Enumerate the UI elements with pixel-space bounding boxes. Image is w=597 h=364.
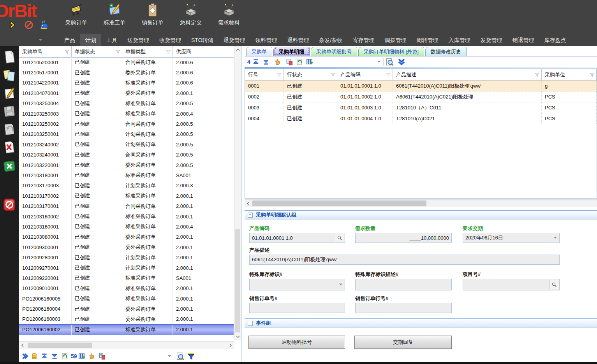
- table-add-icon[interactable]: [78, 353, 85, 360]
- table-row[interactable]: 0002已创建01.01.01.0002 1.0A6061(T442010(A)…: [245, 91, 597, 102]
- menu-item[interactable]: 退料管理: [282, 34, 314, 46]
- copy-icon[interactable]: [99, 353, 106, 360]
- special-stock-id-dropdown[interactable]: [249, 279, 345, 290]
- start-material-batch-button[interactable]: 启动物料批号: [248, 336, 345, 349]
- filter-icon[interactable]: [590, 73, 594, 77]
- chevron-down-icon[interactable]: [553, 236, 558, 239]
- column-header[interactable]: 单据类型: [122, 46, 173, 57]
- revert-icon[interactable]: [61, 353, 68, 360]
- menu-item[interactable]: 销退管理: [507, 34, 539, 46]
- right-table-horizontal-scrollbar[interactable]: [245, 199, 597, 207]
- hand-icon[interactable]: [88, 353, 95, 360]
- collapse-icon[interactable]: [248, 213, 253, 218]
- copy-icon[interactable]: [286, 58, 293, 65]
- menu-item[interactable]: 库存盘点: [539, 34, 571, 46]
- double-chevron-down-icon[interactable]: [398, 58, 405, 66]
- filter-icon[interactable]: [535, 73, 539, 77]
- menu-item[interactable]: 收货管理: [154, 34, 186, 46]
- table-row[interactable]: 0001已创建01.01.01.0001 1.06061(T442010(A)C…: [245, 81, 597, 91]
- table-row[interactable]: PO12006160002已创建标准采购订单2.000.1: [19, 324, 234, 334]
- column-header[interactable]: 供应商: [173, 46, 234, 57]
- table-row[interactable]: 1012009270001已创建计划采购订单2.000.1: [19, 263, 234, 273]
- tab[interactable]: 采购单明细: [273, 47, 310, 56]
- new-document-icon[interactable]: [3, 49, 16, 65]
- tab[interactable]: 采购订单明细物料 [外协]: [358, 47, 424, 56]
- project-no-field[interactable]: [463, 279, 560, 290]
- menu-item[interactable]: 寄存管理: [347, 34, 379, 46]
- table-row[interactable]: PO12006160004已创建委外采购订单2.000.1: [19, 304, 234, 314]
- filter-combobox[interactable]: [106, 352, 172, 360]
- scroll-left-arrow[interactable]: [245, 200, 251, 207]
- menu-item[interactable]: 周转管理: [411, 34, 443, 46]
- special-stock-desc-field[interactable]: [355, 279, 452, 290]
- menu-item[interactable]: 入库管理: [443, 34, 475, 46]
- filter-icon[interactable]: [331, 73, 335, 77]
- lookup-button[interactable]: [335, 234, 344, 242]
- filter-icon[interactable]: [116, 50, 120, 54]
- filter-funnel-icon[interactable]: [187, 352, 195, 360]
- table-row[interactable]: PO12006160003已创建委外采购订单2.000.1: [19, 314, 234, 324]
- tab[interactable]: 数据修改历史: [425, 47, 467, 56]
- left-table-horizontal-scrollbar[interactable]: [19, 341, 234, 349]
- go-arrow-icon[interactable]: [9, 20, 18, 30]
- column-header[interactable]: 行号: [245, 69, 284, 80]
- no-entry-icon[interactable]: [24, 20, 33, 30]
- product-desc-field[interactable]: 6061(T442010(A)C011)阳极处理'qww': [249, 255, 560, 265]
- scroll-top-icon[interactable]: [41, 353, 48, 360]
- save-icon[interactable]: [3, 104, 16, 119]
- double-chevron-right-icon[interactable]: [21, 353, 28, 360]
- table-row[interactable]: 1012103160001已创建标准采购订单2.000.4: [19, 222, 234, 232]
- toolbar-button-sales-order[interactable]: 销售订单: [135, 2, 171, 33]
- filter-icon[interactable]: [65, 50, 69, 54]
- required-date-field[interactable]: 2020年06月16日: [463, 233, 560, 243]
- hand-icon[interactable]: [274, 58, 281, 65]
- collapse-icon[interactable]: [248, 321, 253, 326]
- chevron-down-icon[interactable]: [167, 355, 172, 358]
- table-row[interactable]: 1012104070001已创建委外采购订单2.000.1: [19, 88, 234, 98]
- lookup-button[interactable]: [549, 280, 558, 289]
- table-row[interactable]: 1012103250004已创建标准采购订单2.000.5: [19, 98, 234, 109]
- menu-item[interactable]: 工具: [101, 34, 122, 46]
- event-group-header[interactable]: 事件组: [245, 318, 597, 328]
- delete-document-icon[interactable]: [3, 139, 16, 155]
- table-row[interactable]: 1012103170003已创建计划采购订单2.000.3: [19, 181, 234, 191]
- table-row[interactable]: 1012105200001已创建合同采购订单2.000.6: [19, 57, 234, 67]
- panel-splitter[interactable]: [241, 46, 245, 364]
- scroll-left-arrow[interactable]: [19, 342, 26, 349]
- table-row[interactable]: 1012103240001已创建合同采购订单2.000.5: [19, 150, 234, 160]
- table-row[interactable]: 0004已创建01.01.01.0004 1.0T281010(A)C021PC…: [245, 113, 597, 124]
- scroll-right-arrow[interactable]: [227, 342, 234, 349]
- column-header[interactable]: 采购单位: [542, 69, 597, 80]
- table-add-icon[interactable]: [306, 58, 313, 65]
- sales-order-line-no-field[interactable]: [355, 303, 452, 313]
- revert-icon[interactable]: [3, 121, 16, 137]
- menu-item[interactable]: 发货管理: [475, 34, 507, 46]
- cylinder-icon[interactable]: [31, 353, 38, 360]
- table-row[interactable]: 1012103250001已创建计划采购订单2.000.5: [19, 129, 234, 139]
- search-doc-icon[interactable]: [176, 352, 184, 360]
- scroll-top-icon[interactable]: [252, 58, 259, 65]
- scroll-down-arrow[interactable]: [234, 333, 241, 340]
- table-row[interactable]: 1012103080001已创建委外采购订单2.000.1: [19, 232, 234, 242]
- column-header[interactable]: 单据状态: [72, 46, 122, 57]
- chevron-down-icon[interactable]: [377, 60, 381, 63]
- sales-order-no-field[interactable]: [249, 303, 345, 313]
- table-row[interactable]: 1012103220001已创建委外采购订单2.000.5: [19, 160, 234, 170]
- toolbar-button-purchase-order[interactable]: 采购订单: [58, 2, 94, 33]
- scrollbar-thumb[interactable]: [28, 343, 92, 348]
- menu-item[interactable]: 退货管理: [218, 34, 250, 46]
- toolbar-button-demand-material[interactable]: 需求物料: [211, 2, 247, 33]
- table-row[interactable]: 1012009280001已创建计划采购订单2.000.1: [19, 252, 234, 262]
- table-row[interactable]: 1012103170002已创建标准采购订单2.000.1: [19, 191, 234, 201]
- export-excel-icon[interactable]: [3, 158, 16, 174]
- table-row[interactable]: 1012009220001已创建标准采购订单SA001: [19, 273, 234, 283]
- table-row[interactable]: 1012103180001已创建标准采购订单SA001: [19, 170, 234, 180]
- detail-group-header[interactable]: 采购单明细默认组: [245, 210, 597, 220]
- demand-qty-field[interactable]: ____10,000.0000: [355, 233, 452, 243]
- scroll-bottom-icon[interactable]: [51, 353, 58, 360]
- table-row[interactable]: 1012103250002已创建合同采购订单2.000.5: [19, 119, 234, 129]
- column-header[interactable]: 产品描述: [393, 69, 542, 80]
- chevron-down-icon[interactable]: [338, 283, 343, 286]
- table-row[interactable]: 0003已创建01.01.01.0003 1.0T281010（A）C011PC…: [245, 102, 597, 113]
- column-header[interactable]: 采购单号: [19, 46, 72, 57]
